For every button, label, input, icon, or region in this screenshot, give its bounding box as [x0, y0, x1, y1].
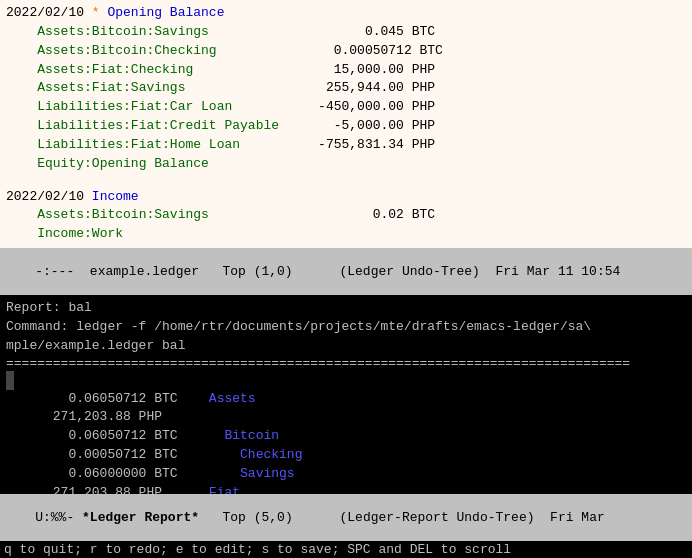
separator: ========================================…: [6, 356, 686, 371]
minibuffer: q to quit; r to redo; e to edit; s to sa…: [0, 541, 692, 558]
transaction-2-header: 2022/02/10 Income: [6, 188, 686, 207]
report-row-2: 271,203.88 PHP: [6, 408, 686, 427]
modeline-2-left: U:%%-: [35, 510, 82, 525]
modeline-1: -:--- example.ledger Top (1,0) (Ledger U…: [0, 248, 692, 295]
report-row-5: 0.06000000 BTC Savings: [6, 465, 686, 484]
cursor: [6, 371, 14, 390]
command-line-1: Command: ledger -f /home/rtr/documents/p…: [6, 318, 686, 337]
entry-6: Liabilities:Fiat:Credit Payable -5,000.0…: [6, 117, 686, 136]
entry-3: Assets:Fiat:Checking 15,000.00 PHP: [6, 61, 686, 80]
modeline-1-text: -:--- example.ledger Top (1,0) (Ledger U…: [35, 264, 620, 279]
command-line-2: mple/example.ledger bal: [6, 337, 686, 356]
entry-9: Assets:Bitcoin:Savings 0.02 BTC: [6, 206, 686, 225]
entry-10: Income:Work: [6, 225, 686, 244]
modeline-2-bold: *Ledger Report*: [82, 510, 199, 525]
blank-1: [6, 174, 686, 188]
top-pane: 2022/02/10 * Opening Balance Assets:Bitc…: [0, 0, 692, 248]
report-label: Report: bal: [6, 299, 686, 318]
report-row-1: 0.06050712 BTC Assets: [6, 390, 686, 409]
entry-7: Liabilities:Fiat:Home Loan -755,831.34 P…: [6, 136, 686, 155]
modeline-2-right: Top (5,0) (Ledger-Report Undo-Tree) Fri …: [199, 510, 605, 525]
modeline-2: U:%%- *Ledger Report* Top (5,0) (Ledger-…: [0, 494, 692, 541]
report-row-4: 0.00050712 BTC Checking: [6, 446, 686, 465]
bottom-pane: Report: bal Command: ledger -f /home/rtr…: [0, 295, 692, 494]
editor-area: 2022/02/10 * Opening Balance Assets:Bitc…: [0, 0, 692, 558]
report-row-3: 0.06050712 BTC Bitcoin: [6, 427, 686, 446]
entry-5: Liabilities:Fiat:Car Loan -450,000.00 PH…: [6, 98, 686, 117]
entry-2: Assets:Bitcoin:Checking 0.00050712 BTC: [6, 42, 686, 61]
transaction-1-header: 2022/02/10 * Opening Balance: [6, 4, 686, 23]
cursor-row: [6, 371, 686, 390]
report-row-6: 271,203.88 PHP Fiat: [6, 484, 686, 494]
entry-4: Assets:Fiat:Savings 255,944.00 PHP: [6, 79, 686, 98]
entry-8: Equity:Opening Balance: [6, 155, 686, 174]
entry-1: Assets:Bitcoin:Savings 0.045 BTC: [6, 23, 686, 42]
